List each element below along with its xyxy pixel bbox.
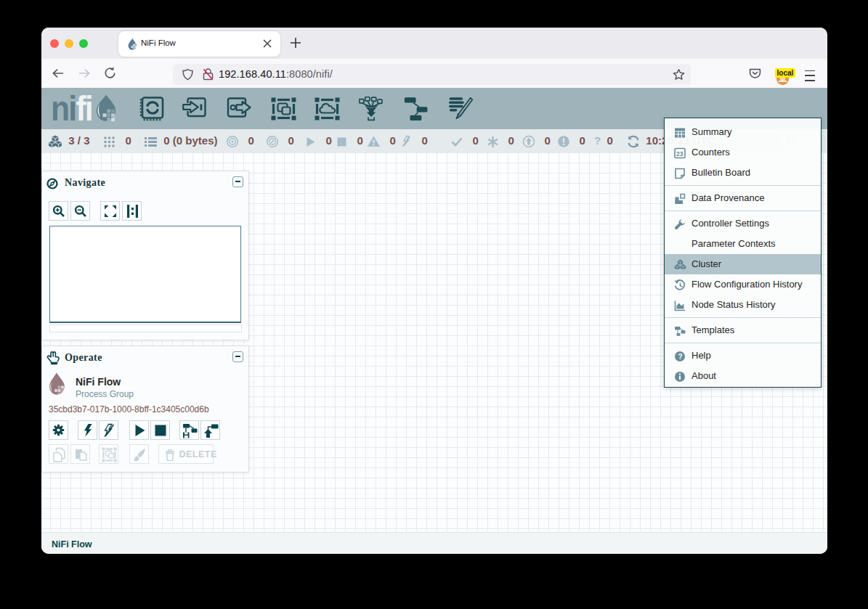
svg-text:23: 23 <box>676 150 684 158</box>
svg-text:?: ? <box>678 353 682 361</box>
